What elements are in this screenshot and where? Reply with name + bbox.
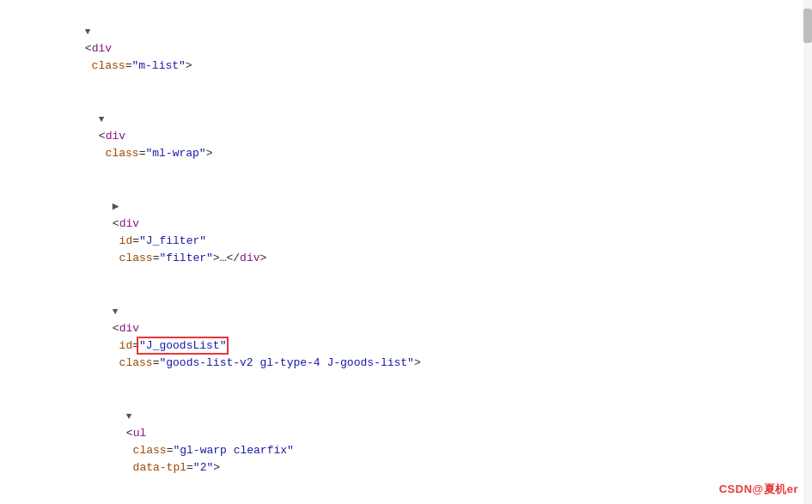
triangle-icon-2: ▼ [99, 111, 105, 128]
code-line-6: ▼ <li data-sku="12457118" data-spu ware-… [0, 495, 812, 504]
code-line-3: ▶ <div id="J_filter" class="filter">…</d… [0, 180, 812, 285]
red-box-goodslist: "J_goodsList" [139, 339, 226, 352]
code-line-4: ▼ <div id="J_goodsList" class="goods-lis… [0, 285, 812, 390]
line-content-2: ▼ <div class="ml-wrap"> [31, 94, 812, 179]
code-editor: ▼ <div class="m-list"> ▼ <div class="ml-… [0, 0, 812, 504]
line-content-5: ▼ <ul class="gl-warp clearfix" data-tpl=… [31, 391, 812, 494]
watermark: CSDN@夏机er [719, 482, 798, 497]
triangle-icon-3: ▶ [113, 200, 119, 213]
line-content-6: ▼ <li data-sku="12457118" data-spu ware-… [31, 495, 812, 504]
line-content-3: ▶ <div id="J_filter" class="filter">…</d… [31, 181, 812, 284]
code-line-5: ▼ <ul class="gl-warp clearfix" data-tpl=… [0, 390, 812, 495]
line-content-4: ▼ <div id="J_goodsList" class="goods-lis… [31, 286, 812, 389]
line-content-1: ▼ <div class="m-list"> [31, 6, 812, 92]
triangle-icon-5: ▼ [126, 408, 132, 425]
code-line-1: ▼ <div class="m-list"> [0, 5, 812, 93]
triangle-icon-4: ▼ [113, 303, 119, 320]
triangle-icon-1: ▼ [85, 23, 91, 40]
code-line-2: ▼ <div class="ml-wrap"> [0, 93, 812, 180]
